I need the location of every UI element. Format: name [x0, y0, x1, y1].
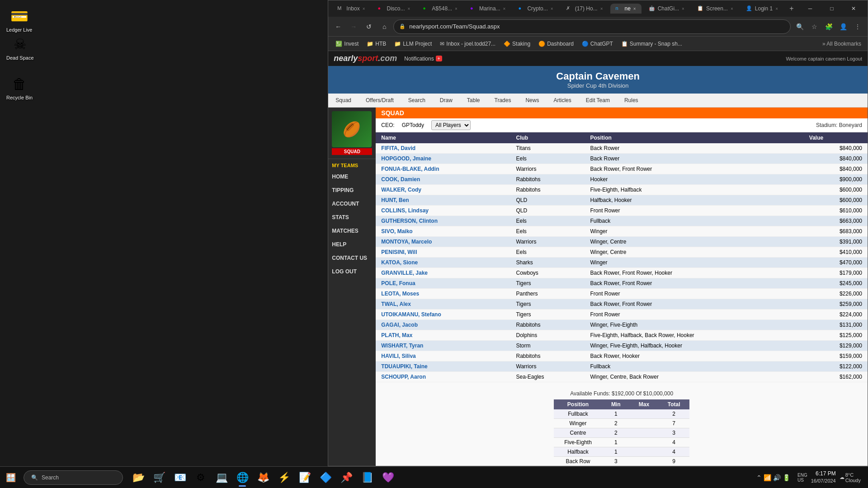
bookmark-icon[interactable]: ☆ — [808, 20, 821, 33]
extensions-icon[interactable]: 🧩 — [822, 20, 835, 33]
player-name[interactable]: SIVO, Maiko — [381, 228, 412, 235]
address-bar[interactable]: 🔒 nearlysport.com/Team/Squad.aspx — [393, 19, 791, 34]
tab-nearlysport[interactable]: n ne × — [610, 4, 642, 14]
player-name[interactable]: HUNT, Ben — [381, 197, 409, 203]
player-name[interactable]: PENISINI, Will — [381, 249, 417, 255]
back-button[interactable]: ← — [332, 20, 344, 33]
sidebar-item-home[interactable]: HOME — [328, 170, 376, 183]
player-name[interactable]: GUTHERSON, Clinton — [381, 218, 438, 224]
taskbar-app-mail[interactable]: 📧 — [170, 468, 190, 488]
tab-disco[interactable]: ● Disco... × — [373, 4, 416, 14]
bookmark-summary[interactable]: 📋 Summary - Snap sh... — [618, 40, 686, 48]
taskbar-app-explorer[interactable]: 📂 — [128, 468, 148, 488]
tab-twitter[interactable]: ✗ (17) Ho... × — [561, 4, 609, 14]
notifications-area[interactable]: Notifications + — [404, 56, 442, 62]
nav-editteam[interactable]: Edit Team — [579, 94, 617, 107]
tab-crypto[interactable]: ● Crypto... × — [513, 4, 558, 14]
player-name[interactable]: GRANVILLE, Jake — [381, 270, 428, 276]
nav-search[interactable]: Search — [401, 94, 433, 107]
tab-close-login[interactable]: × — [775, 6, 778, 11]
search-toolbar-icon[interactable]: 🔍 — [793, 20, 806, 33]
close-button[interactable]: ✕ — [843, 1, 864, 16]
taskbar-app-settings[interactable]: ⚙ — [191, 468, 211, 488]
bookmarks-more-button[interactable]: » All Bookmarks — [820, 40, 864, 48]
player-name[interactable]: COLLINS, Lindsay — [381, 207, 429, 214]
nav-draw[interactable]: Draw — [433, 94, 460, 107]
bookmark-chatgpt[interactable]: 🔵 ChatGPT — [578, 40, 617, 48]
home-button[interactable]: ⌂ — [378, 20, 391, 33]
player-filter-select[interactable]: All Players — [431, 120, 471, 130]
desktop-icon-deadspace[interactable]: ☠ Dead Space — [4, 33, 37, 63]
desktop-icon-ledger[interactable]: 💳 Ledger Live — [4, 5, 35, 35]
nav-squad[interactable]: Squad — [328, 94, 359, 107]
tab-close-twitter[interactable]: × — [600, 6, 603, 11]
sidebar-item-stats[interactable]: STATS — [328, 211, 376, 224]
tab-login[interactable]: 👤 Login 1 × — [741, 4, 783, 14]
bookmark-inbox[interactable]: ✉ Inbox - joel.todd27... — [436, 40, 499, 48]
player-name[interactable]: WALKER, Cody — [381, 187, 421, 193]
tab-close-ns[interactable]: × — [633, 6, 636, 11]
player-name[interactable]: TDUAUPIKI, Taine — [381, 363, 427, 370]
tab-close-gmail[interactable]: × — [363, 6, 365, 11]
sidebar-item-tipping[interactable]: TIPPING — [328, 183, 376, 197]
new-tab-button[interactable]: + — [785, 2, 798, 15]
sidebar-item-account[interactable]: ACCOUNT — [328, 197, 376, 211]
taskbar-app-notes[interactable]: 📝 — [295, 468, 315, 488]
bookmark-llm[interactable]: 📁 LLM Project — [391, 40, 435, 48]
tab-close-screen[interactable]: × — [731, 6, 733, 11]
taskbar-app-store[interactable]: 🛒 — [149, 468, 169, 488]
player-name[interactable]: GAGAI, Jacob — [381, 322, 418, 328]
player-name[interactable]: FONUA-BLAKE, Addin — [381, 166, 439, 172]
bookmark-dashboard[interactable]: 🟠 Dashboard — [535, 40, 577, 48]
minimize-button[interactable]: ─ — [800, 1, 821, 16]
profile-icon[interactable]: 👤 — [837, 20, 849, 33]
player-name[interactable]: PLATH, Max — [381, 332, 412, 338]
start-button[interactable]: 🪟 — [0, 467, 22, 488]
taskbar-app-vscode[interactable]: ⚡ — [274, 468, 294, 488]
player-name[interactable]: UTOIKAMANU, Stefano — [381, 311, 441, 318]
tab-close-marina[interactable]: × — [503, 6, 506, 11]
player-name[interactable]: LEOTA, Moses — [381, 291, 419, 297]
player-name[interactable]: POLE, Fonua — [381, 280, 415, 286]
nav-table[interactable]: Table — [460, 94, 487, 107]
forward-button[interactable]: → — [347, 20, 360, 33]
chevron-up-icon[interactable]: ⌃ — [756, 474, 762, 481]
taskbar-app-word[interactable]: 📘 — [357, 468, 377, 488]
player-name[interactable]: COOK, Damien — [381, 176, 420, 183]
tab-close-disco[interactable]: × — [408, 6, 410, 11]
tab-chatgpt[interactable]: 🤖 ChatGi... × — [643, 4, 690, 14]
sidebar-item-help[interactable]: HELP — [328, 238, 376, 251]
player-name[interactable]: FIFITA, David — [381, 145, 415, 151]
taskbar-app-terminal[interactable]: 💻 — [212, 468, 231, 488]
player-name[interactable]: HOPGOOD, Jmaine — [381, 155, 431, 162]
bookmark-staking[interactable]: 🔶 Staking — [500, 40, 534, 48]
nav-offers[interactable]: Offers/Draft — [359, 94, 401, 107]
tab-close-chatgpt[interactable]: × — [682, 6, 684, 11]
taskbar-app-git[interactable]: 🔷 — [316, 468, 335, 488]
tab-a548[interactable]: ● A$548... × — [417, 4, 463, 14]
tab-gmail[interactable]: M Inbox × — [332, 4, 370, 14]
nav-news[interactable]: News — [518, 94, 546, 107]
tab-close-a548[interactable]: × — [455, 6, 458, 11]
player-name[interactable]: SCHOUPP, Aaron — [381, 374, 426, 380]
taskbar-app-chrome[interactable]: 🌐 — [232, 468, 252, 488]
taskbar-app-notion[interactable]: 💜 — [378, 468, 398, 488]
nav-rules[interactable]: Rules — [617, 94, 646, 107]
player-name[interactable]: KATOA, Sione — [381, 259, 418, 266]
nav-articles[interactable]: Articles — [546, 94, 578, 107]
taskbar-app-onenote[interactable]: 📌 — [336, 468, 356, 488]
player-name[interactable]: MONTOYA, Marcelo — [381, 239, 432, 245]
player-name[interactable]: HAVILI, Siliva — [381, 353, 415, 359]
sidebar-item-matches[interactable]: MATCHES — [328, 224, 376, 238]
nav-trades[interactable]: Trades — [487, 94, 519, 107]
player-name[interactable]: WISHART, Tyran — [381, 343, 423, 349]
desktop-icon-recyclebin[interactable]: 🗑 Recycle Bin — [4, 72, 35, 103]
player-name[interactable]: TWAL, Alex — [381, 301, 411, 307]
tab-close-crypto[interactable]: × — [551, 6, 553, 11]
maximize-button[interactable]: □ — [821, 1, 842, 16]
tab-marina[interactable]: ● Marina... × — [465, 4, 511, 14]
sidebar-item-logout[interactable]: LOG OUT — [328, 265, 376, 278]
reload-button[interactable]: ↺ — [363, 20, 375, 33]
bookmark-invest[interactable]: 💹 Invest — [332, 40, 362, 48]
menu-icon[interactable]: ⋮ — [851, 20, 864, 33]
